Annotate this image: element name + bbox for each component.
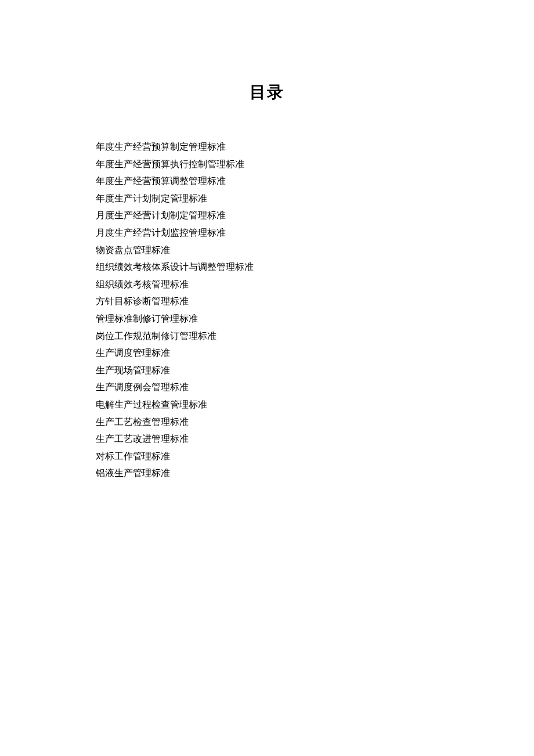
toc-item: 年度生产经营预算执行控制管理标准 [96,156,438,173]
toc-item: 电解生产过程检查管理标准 [96,396,438,413]
toc-item: 管理标准制修订管理标准 [96,310,438,327]
toc-item: 年度生产经营预算制定管理标准 [96,138,438,156]
toc-item: 生产调度例会管理标准 [96,379,438,396]
toc-item: 生产工艺改进管理标准 [96,430,438,448]
page-container: 目录 年度生产经营预算制定管理标准 年度生产经营预算执行控制管理标准 年度生产经… [0,0,534,482]
toc-item: 年度生产经营预算调整管理标准 [96,172,438,190]
toc-item: 组织绩效考核体系设计与调整管理标准 [96,258,438,276]
toc-item: 对标工作管理标准 [96,448,438,465]
toc-item: 方针目标诊断管理标准 [96,293,438,310]
toc-list: 年度生产经营预算制定管理标准 年度生产经营预算执行控制管理标准 年度生产经营预算… [96,138,438,482]
toc-item: 年度生产计划制定管理标准 [96,190,438,207]
toc-item: 铝液生产管理标准 [96,465,438,482]
toc-item: 月度生产经营计划监控管理标准 [96,224,438,242]
toc-item: 月度生产经营计划制定管理标准 [96,207,438,224]
toc-item: 岗位工作规范制修订管理标准 [96,327,438,345]
toc-item: 组织绩效考核管理标准 [96,276,438,293]
toc-item: 生产现场管理标准 [96,362,438,379]
toc-item: 生产工艺检查管理标准 [96,413,438,431]
toc-item: 物资盘点管理标准 [96,242,438,259]
page-title: 目录 [96,81,438,103]
toc-item: 生产调度管理标准 [96,344,438,362]
